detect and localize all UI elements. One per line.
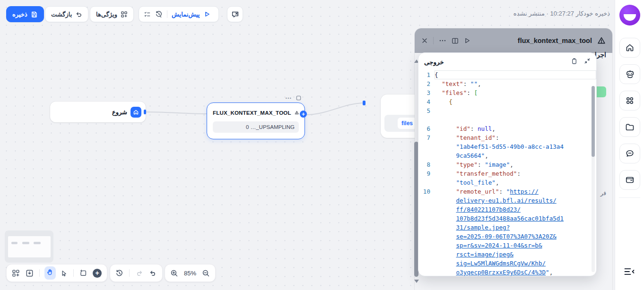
code-line: o3yqecp0BrzxxE9y6DsC/4%3D", [418, 268, 596, 276]
minimap-viewport [8, 236, 51, 257]
code-line: 10 "remote_url": "https:// [418, 187, 596, 196]
preview-play-icon[interactable] [204, 11, 210, 17]
sidebar-collapse-button[interactable] [623, 266, 635, 279]
output-json-code[interactable]: 1{2 "text": "",3 "files": [4 {56 "id": n… [418, 68, 596, 276]
output-title: خروجی [424, 58, 444, 66]
node-start-label: شروع [112, 109, 127, 116]
add-next-node-button[interactable]: + [300, 111, 307, 118]
copy-icon[interactable] [571, 58, 578, 67]
minimap-node [34, 242, 41, 244]
sidebar-divider [619, 197, 640, 198]
sidebar-item-apps[interactable] [619, 91, 640, 111]
checklist-icon[interactable] [144, 11, 151, 18]
more-icon[interactable] [439, 37, 446, 44]
hand-icon [46, 268, 54, 276]
export-image-icon[interactable] [26, 269, 34, 277]
wallet-icon [625, 175, 635, 185]
undo-icon[interactable] [149, 269, 157, 277]
flux-node-title: FLUX_KONTEXT_MAX_TOOL [213, 110, 291, 116]
zoom-in-icon[interactable] [170, 269, 178, 277]
home-icon [625, 43, 635, 52]
apps-grid-icon [625, 96, 635, 105]
annotation-toggle-button[interactable] [227, 6, 243, 22]
undo-arrow-icon [75, 11, 82, 18]
preview-button-label[interactable]: پیش‌نمایش [172, 11, 200, 18]
warning-triangle-icon [597, 36, 606, 45]
collapse-icon[interactable] [584, 58, 591, 66]
flux-node-param-pill: 0 …_UPSAMPLING [213, 121, 299, 133]
sidebar-item-agents[interactable] [619, 64, 640, 84]
code-rows: 1{2 "text": "",3 "files": [4 {56 "id": n… [418, 70, 596, 276]
code-line: se=2025-09-06T07%3A07%3A20Z& [418, 232, 596, 241]
code-line: sig=Lw5MlAWGdmsRCgVw/Khb/ [418, 259, 596, 268]
hand-tool-button[interactable] [44, 266, 56, 280]
code-line: sp=r&sv=2024-11-04&sr=b& [418, 241, 596, 250]
flux-node-controls[interactable]: ⋯ [285, 94, 301, 102]
code-line [418, 115, 596, 124]
history-toolbar [110, 264, 163, 282]
files-input-handle[interactable] [363, 101, 366, 105]
sidebar-item-files[interactable] [619, 117, 640, 137]
code-line: 5 [418, 106, 596, 115]
chat-x-icon [231, 10, 239, 18]
add-block-button[interactable]: + [93, 269, 102, 278]
close-icon[interactable] [421, 37, 428, 44]
canvas-tools-toolbar: + [6, 264, 107, 282]
collapse-menu-icon [623, 266, 635, 277]
autosave-status: ذخیره خودکار 10:27:27 · منتشر نشده [513, 10, 610, 17]
sidebar-item-home[interactable] [619, 38, 640, 58]
minimap[interactable] [5, 230, 53, 263]
pointer-tool-icon[interactable] [61, 270, 68, 277]
zoom-out-icon[interactable] [202, 269, 210, 277]
divider [73, 269, 74, 277]
code-line: rsct=image/jpeg& [418, 250, 596, 259]
zoom-toolbar: 85% [165, 264, 216, 282]
output-modal: خروجی 1{2 "text": "",3 "files": [4 {56 "… [418, 52, 597, 276]
output-modal-header: خروجی [418, 53, 596, 68]
code-scrollbar-thumb[interactable] [592, 86, 595, 157]
sidebar-item-chat[interactable] [619, 144, 640, 163]
code-line: ff/840221107b8d23/ [418, 205, 596, 214]
avatar[interactable] [619, 5, 640, 26]
app-sidebar [615, 0, 644, 290]
divider [129, 269, 130, 277]
back-button[interactable]: بازگشت [45, 6, 88, 22]
add-note-icon[interactable] [79, 269, 87, 277]
redo-icon[interactable] [135, 269, 143, 277]
warning-triangle-icon [295, 109, 299, 117]
save-button[interactable]: ذخیره [6, 6, 44, 22]
run-play-icon[interactable] [464, 37, 470, 44]
minimap-node [22, 242, 29, 244]
inspector-side-fragment: فر [600, 190, 606, 196]
divider [167, 10, 167, 18]
start-output-handle[interactable] [144, 110, 146, 114]
node-start[interactable]: شروع [50, 102, 146, 122]
sidebar-item-wallet[interactable] [619, 170, 640, 190]
node-frame-icon[interactable] [296, 95, 301, 101]
version-history-icon[interactable] [155, 10, 163, 18]
history-icon[interactable] [115, 269, 123, 277]
code-line: "1ab4ef51-5d55-49b0-a8cc-a13a4 [418, 142, 596, 151]
code-line: 7 "tenant_id": [418, 133, 596, 142]
node-more-icon[interactable]: ⋯ [285, 94, 292, 102]
code-line: delivery-eu1.bfl.ai/results/ [418, 196, 596, 205]
save-floppy-icon [31, 11, 38, 18]
scroll-down-arrow[interactable] [414, 280, 419, 283]
code-line: "tool_file", [418, 178, 596, 187]
divider [433, 37, 434, 44]
minimap-node [11, 242, 17, 244]
organize-layout-icon[interactable] [12, 269, 20, 277]
features-button-label: ویژگی‌ها [96, 11, 117, 18]
code-line: 107b8d23f5d3488aa56cac01bfa5d1 [418, 214, 596, 223]
code-line: 31/sample.jpeg? [418, 223, 596, 232]
split-view-icon[interactable] [452, 37, 459, 44]
files-variable-pill[interactable]: files [398, 118, 417, 129]
code-line: 3 "files": [ [418, 88, 596, 97]
node-flux-kontext-max-tool[interactable]: FLUX_KONTEXT_MAX_TOOL 0 …_UPSAMPLING [207, 102, 305, 139]
inspector-header: flux_kontext_max_tool [415, 28, 612, 53]
zoom-level[interactable]: 85% [183, 270, 198, 277]
features-button[interactable]: ویژگی‌ها [90, 6, 134, 22]
code-line: 9ca5664", [418, 151, 596, 160]
back-button-label: بازگشت [51, 11, 72, 18]
home-icon [131, 107, 141, 118]
